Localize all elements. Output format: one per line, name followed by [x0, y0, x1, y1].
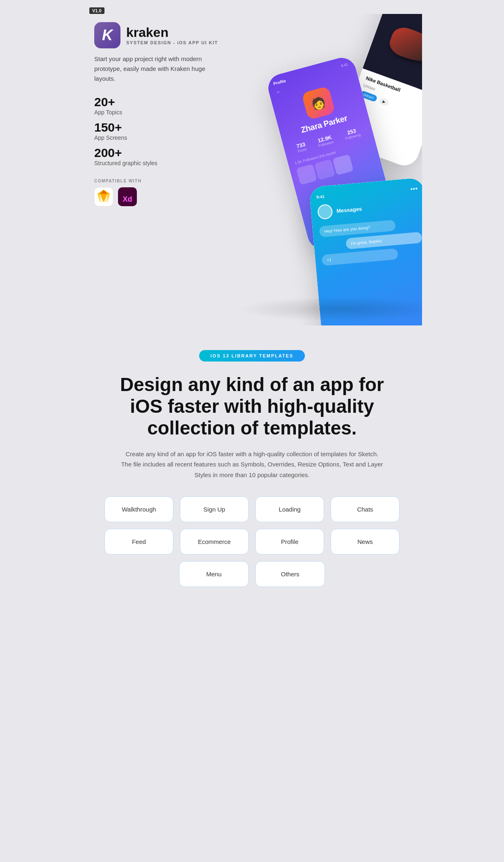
phone-mockup-1: Nike Basketball Unisex Attract ▶: [336, 14, 422, 170]
compatible-label: COMPATIBLE WITH: [94, 179, 225, 183]
category-others[interactable]: Others: [255, 561, 325, 587]
phones-container: Nike Basketball Unisex Attract ▶ Profile…: [234, 14, 422, 325]
sketch-icon: [94, 187, 113, 208]
stat-label-1: App Topics: [94, 109, 225, 116]
version-badge: V1.0: [89, 7, 104, 14]
category-menu[interactable]: Menu: [179, 561, 249, 587]
category-chats[interactable]: Chats: [331, 496, 400, 522]
xd-icon: Xd: [118, 187, 137, 208]
stat-number-3: 200+: [94, 147, 225, 159]
phone-mockup-2: Profile 9:41 ← 🧑 Zhara Parker 733 Posts: [265, 55, 399, 252]
phone-mockup-3: 9:41 ●●● Messages Hey! How are you doing…: [309, 177, 422, 325]
category-signup[interactable]: Sign Up: [180, 496, 249, 522]
category-news[interactable]: News: [331, 529, 400, 555]
stat-item-3: 200+ Structured graphic styles: [94, 147, 225, 166]
stat-number-1: 20+: [94, 96, 225, 108]
ios-section-description: Create any kind of an app for iOS faster…: [121, 449, 383, 480]
svg-text:Xd: Xd: [123, 195, 132, 203]
brand-subtitle: SYSTEM DESIGN - iOS APP UI KIT: [126, 40, 218, 45]
ios-library-section: IOS 13 LIBRARY TEMPLATES Design any kind…: [82, 325, 422, 607]
hero-section: K kraken SYSTEM DESIGN - iOS APP UI KIT …: [82, 14, 422, 325]
stat-item-2: 150+ App Screens: [94, 121, 225, 141]
logo-text: kraken SYSTEM DESIGN - iOS APP UI KIT: [126, 26, 218, 45]
stat-number-2: 150+: [94, 121, 225, 134]
stat-label-2: App Screens: [94, 134, 225, 141]
brand-name: kraken: [126, 26, 218, 39]
category-feed[interactable]: Feed: [104, 529, 173, 555]
category-loading[interactable]: Loading: [255, 496, 324, 522]
category-profile[interactable]: Profile: [255, 529, 324, 555]
phones-shadow: [238, 297, 422, 321]
tool-icons: Xd: [94, 187, 225, 208]
categories-grid-row1: Walkthrough Sign Up Loading Chats: [104, 496, 400, 522]
stats-section: 20+ App Topics 150+ App Screens 200+ Str…: [94, 96, 225, 166]
ios-badge: IOS 13 LIBRARY TEMPLATES: [199, 350, 305, 362]
category-walkthrough[interactable]: Walkthrough: [104, 496, 173, 522]
logo-icon: K: [94, 22, 120, 48]
hero-left: K kraken SYSTEM DESIGN - iOS APP UI KIT …: [94, 22, 225, 208]
logo-row: K kraken SYSTEM DESIGN - iOS APP UI KIT: [94, 22, 225, 48]
category-ecommerce[interactable]: Ecommerce: [180, 529, 249, 555]
stat-item-1: 20+ App Topics: [94, 96, 225, 116]
ios-section-title: Design any kind of an app for iOS faster…: [113, 374, 391, 439]
categories-grid-row2: Feed Ecommerce Profile News: [104, 529, 400, 555]
hero-description: Start your app project right with modern…: [94, 54, 225, 84]
categories-grid-row3: Menu Others: [94, 561, 410, 587]
stat-label-3: Structured graphic styles: [94, 160, 225, 166]
